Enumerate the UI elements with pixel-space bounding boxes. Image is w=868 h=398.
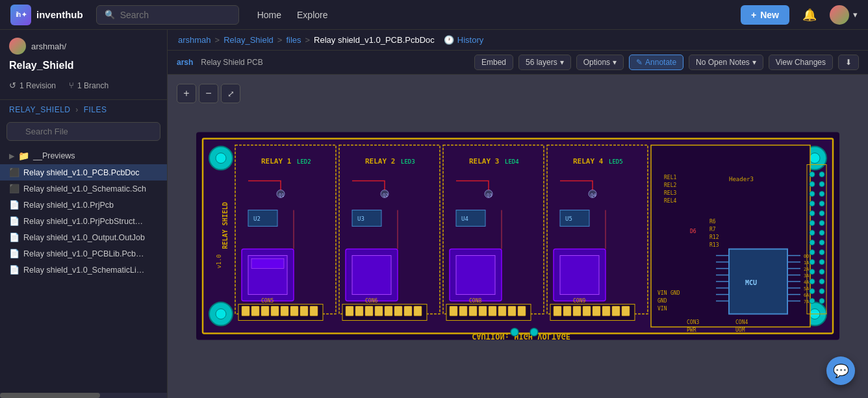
svg-rect-31 xyxy=(560,256,599,295)
svg-text:UOM: UOM xyxy=(735,327,745,333)
svg-rect-38 xyxy=(560,210,589,227)
chevron-down-icon: ▾ xyxy=(613,58,617,67)
file-pcblib[interactable]: 📄 Relay shield_v1.0_PCBLib.PcbLib... xyxy=(0,245,167,262)
svg-text:CON5: CON5 xyxy=(261,298,274,304)
svg-text:RELAY 4: RELAY 4 xyxy=(573,157,604,166)
svg-point-85 xyxy=(810,221,815,226)
notification-button[interactable]: 🔔 xyxy=(802,8,817,22)
doc-file-icon: 📄 xyxy=(9,249,19,258)
pcb-canvas: RELAY 1 LED2 RELAY 2 LED3 RELAY 3 LED4 R… xyxy=(168,75,868,398)
svg-rect-29 xyxy=(456,256,495,295)
nav-explore[interactable]: Explore xyxy=(297,10,327,20)
chevron-down-icon: ▾ xyxy=(853,10,858,19)
svg-text:CON3: CON3 xyxy=(687,319,699,325)
svg-text:CON4: CON4 xyxy=(735,319,748,325)
embed-button[interactable]: Embed xyxy=(474,55,513,70)
svg-rect-132 xyxy=(518,306,526,316)
chevron-down-icon: ▾ xyxy=(752,58,756,67)
user-menu[interactable]: ▾ xyxy=(830,5,858,25)
sidebar-revisions[interactable]: ↺ 1 Revision xyxy=(9,78,61,93)
viewer-controls: + − ⤢ xyxy=(177,84,240,103)
svg-rect-120 xyxy=(394,306,402,316)
svg-point-96 xyxy=(819,269,824,275)
svg-text:REL4: REL4 xyxy=(664,198,676,204)
svg-point-3 xyxy=(216,153,226,164)
file-schematiclib[interactable]: 📄 Relay shield_v1.0_SchematicLib... xyxy=(0,262,167,278)
nav-home[interactable]: Home xyxy=(257,10,281,20)
file-name: Relay shield_v1.0_SchematicLib... xyxy=(23,266,147,275)
fit-view-button[interactable]: ⤢ xyxy=(221,84,240,103)
svg-text:R7: R7 xyxy=(709,227,716,232)
notes-button[interactable]: No Open Notes ▾ xyxy=(689,55,763,70)
download-button[interactable]: ⬇ xyxy=(838,55,859,70)
options-button[interactable]: Options ▾ xyxy=(576,55,624,70)
svg-rect-137 xyxy=(573,306,581,316)
svg-rect-129 xyxy=(489,306,496,316)
branch-icon: ⑂ xyxy=(69,81,74,90)
folder-previews[interactable]: ▶ 📁 __Previews xyxy=(0,147,167,164)
svg-rect-117 xyxy=(365,306,373,316)
sidebar-avatar xyxy=(9,38,26,55)
svg-rect-125 xyxy=(450,306,457,316)
svg-rect-115 xyxy=(346,306,353,316)
search-input[interactable] xyxy=(120,10,231,20)
breadcrumb-user[interactable]: arshmah xyxy=(178,35,211,45)
sidebar-horizontal-scrollbar[interactable] xyxy=(0,393,167,398)
zoom-out-button[interactable]: − xyxy=(199,84,218,103)
pcb-svg: RELAY 1 LED2 RELAY 2 LED3 RELAY 3 LED4 R… xyxy=(196,82,839,390)
sidebar-repo-name[interactable]: Relay_Shield xyxy=(0,57,167,78)
new-button[interactable]: + New xyxy=(741,5,789,25)
logo-text: inventhub xyxy=(36,9,83,20)
search-bar[interactable]: 🔍 xyxy=(96,5,239,25)
svg-text:R13: R13 xyxy=(709,242,719,248)
file-description: Relay Shield PCB xyxy=(201,58,469,67)
file-output[interactable]: 📄 Relay shield_v1.0_Output.OutJob xyxy=(0,229,167,245)
svg-text:MCU: MCU xyxy=(745,279,757,286)
svg-text:RELAY SHIELD: RELAY SHIELD xyxy=(222,203,229,249)
svg-rect-48 xyxy=(729,249,787,314)
svg-text:LED3: LED3 xyxy=(401,158,415,165)
logo-icon: ih ✦ xyxy=(10,5,31,25)
breadcrumb-files[interactable]: files xyxy=(286,35,301,45)
svg-text:REL2: REL2 xyxy=(664,182,676,188)
chat-bubble-button[interactable]: 💬 xyxy=(826,356,855,385)
file-pcb-doc[interactable]: ⬛ Relay shield_v1.0_PCB.PcbDoc xyxy=(0,164,167,180)
search-file-input[interactable] xyxy=(6,122,160,141)
sidebar-stats: ↺ 1 Revision ⑂ 1 Branch xyxy=(0,78,167,100)
annotate-button[interactable]: ✎ Annotate xyxy=(629,55,683,70)
search-icon: 🔍 xyxy=(105,10,115,19)
svg-point-95 xyxy=(810,269,815,275)
svg-text:GND: GND xyxy=(657,298,667,304)
pcb-viewer: + − ⤢ xyxy=(168,75,868,398)
sidebar-branches[interactable]: ⑂ 1 Branch xyxy=(69,78,114,93)
svg-text:R12: R12 xyxy=(709,234,719,240)
file-schematic[interactable]: ⬛ Relay shield_v1.0_Schematic.Sch xyxy=(0,180,167,197)
svg-point-80 xyxy=(819,192,824,197)
svg-rect-139 xyxy=(593,306,600,316)
logo[interactable]: ih ✦ inventhub xyxy=(10,5,83,25)
view-changes-button[interactable]: View Changes xyxy=(769,55,833,70)
svg-rect-118 xyxy=(375,306,383,316)
svg-point-81 xyxy=(810,201,815,206)
svg-rect-27 xyxy=(352,256,391,295)
breadcrumb-repo[interactable]: Relay_Shield xyxy=(223,35,274,45)
history-button[interactable]: 🕐 History xyxy=(444,35,483,45)
svg-text:GND: GND xyxy=(670,290,680,296)
file-prjpcbstructure[interactable]: 📄 Relay shield_v1.0.PrjPcbStructur... xyxy=(0,213,167,229)
layers-button[interactable]: 56 layers ▾ xyxy=(518,55,571,70)
svg-text:Q1: Q1 xyxy=(279,193,284,198)
svg-rect-107 xyxy=(261,306,269,316)
svg-point-79 xyxy=(810,192,815,197)
svg-text:RELAY 1: RELAY 1 xyxy=(261,157,292,166)
file-prjpcb[interactable]: 📄 Relay shield_v1.0.PrjPcb xyxy=(0,197,167,213)
svg-rect-121 xyxy=(404,306,412,316)
svg-text:VIN: VIN xyxy=(657,306,667,312)
svg-rect-25 xyxy=(251,259,284,269)
file-name: Relay shield_v1.0_PCB.PcbDoc xyxy=(23,168,140,177)
zoom-in-button[interactable]: + xyxy=(177,84,196,103)
svg-rect-127 xyxy=(469,306,477,316)
content-area: arshmah > Relay_Shield > files > Relay s… xyxy=(168,30,868,398)
sidebar-username: arshmah/ xyxy=(31,42,66,51)
annotate-icon: ✎ xyxy=(636,58,643,67)
svg-text:R6: R6 xyxy=(709,219,716,225)
